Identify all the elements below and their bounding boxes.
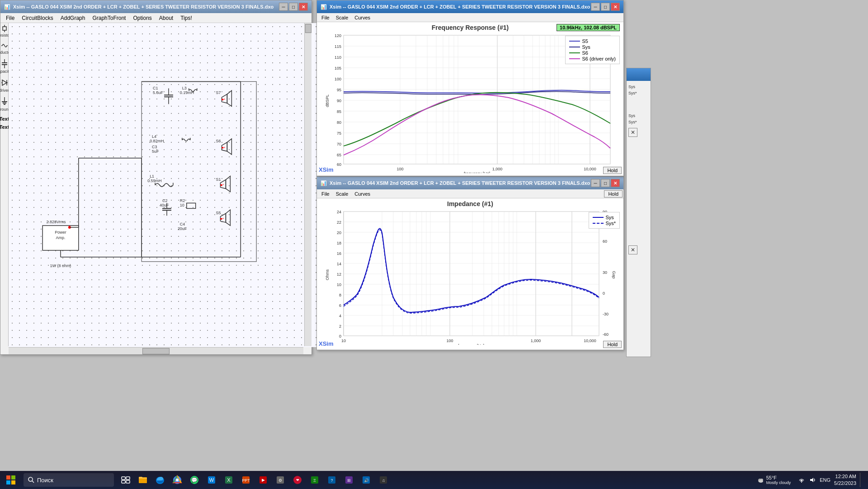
app13-icon: ? bbox=[327, 475, 337, 485]
svg-text:1,000: 1,000 bbox=[531, 339, 541, 343]
chrome-icon bbox=[172, 475, 182, 485]
taskbar-search[interactable]: Поиск bbox=[24, 473, 114, 487]
imp-hold-btn-top[interactable]: Hold bbox=[604, 190, 623, 197]
menu-addgraph[interactable]: AddGraph bbox=[57, 14, 89, 22]
show-desktop-btn[interactable] bbox=[860, 473, 863, 487]
imp-menu-scale[interactable]: Scale bbox=[333, 191, 351, 197]
freq-menu-file[interactable]: File bbox=[319, 14, 332, 21]
svg-point-239 bbox=[759, 480, 763, 483]
tool-text2[interactable]: Text bbox=[0, 124, 9, 130]
taskbar-app9[interactable]: ▶ bbox=[255, 472, 271, 488]
imp-menu-file[interactable]: File bbox=[319, 191, 332, 197]
side-close-btn-2[interactable]: ✕ bbox=[628, 245, 637, 254]
taskbar-app11[interactable]: ❤ bbox=[289, 472, 306, 488]
legend-s6: S6 bbox=[569, 50, 616, 56]
taskbar-app12[interactable]: Ξ bbox=[307, 472, 323, 488]
imp-minimize-btn[interactable]: ─ bbox=[591, 179, 600, 187]
schematic-canvas[interactable]: Power Amp. 2.828Vrms 1W (8 ohm) C1 5.6uF… bbox=[9, 23, 320, 347]
menu-file[interactable]: File bbox=[2, 14, 18, 22]
schematic-minimize-btn[interactable]: ─ bbox=[279, 3, 288, 11]
schematic-h-scrollbar[interactable] bbox=[9, 347, 303, 354]
schematic-maximize-btn[interactable]: □ bbox=[289, 3, 298, 11]
tool-driver[interactable]: driver bbox=[0, 78, 9, 93]
taskbar-weather[interactable]: 55°F Mostly cloudy bbox=[757, 475, 791, 485]
svg-text:115: 115 bbox=[335, 44, 341, 49]
legend-s5: S5 bbox=[569, 38, 616, 44]
language-indicator[interactable]: ENG bbox=[820, 477, 830, 483]
tool-text1[interactable]: Text bbox=[0, 116, 9, 122]
svg-text:10,000: 10,000 bbox=[584, 339, 596, 343]
imp-close-btn[interactable]: ✕ bbox=[611, 179, 620, 187]
svg-text:5.6uF: 5.6uF bbox=[153, 90, 163, 95]
imp-extra-controls: Hold bbox=[603, 189, 623, 198]
freq-maximize-btn[interactable]: □ bbox=[601, 3, 610, 11]
svg-text:85: 85 bbox=[337, 109, 341, 114]
side-close-btn-1[interactable]: ✕ bbox=[628, 128, 637, 137]
app12-icon: Ξ bbox=[310, 475, 320, 485]
taskbar-app10[interactable]: ⚙ bbox=[272, 472, 288, 488]
svg-text:24: 24 bbox=[337, 210, 341, 214]
menu-circuitblocks[interactable]: CircuitBlocks bbox=[18, 14, 57, 22]
freq-close-btn[interactable]: ✕ bbox=[611, 3, 620, 11]
taskbar-app15[interactable]: 🔊 bbox=[358, 472, 374, 488]
svg-text:X: X bbox=[227, 477, 231, 483]
volume-icon[interactable] bbox=[809, 476, 816, 484]
taskbar-explorer-btn[interactable] bbox=[135, 472, 151, 488]
app15-icon: 🔊 bbox=[361, 475, 371, 485]
svg-rect-66 bbox=[187, 203, 196, 208]
legend-imp-sys-label: Sys bbox=[605, 215, 613, 220]
svg-text:dBSPL: dBSPL bbox=[325, 94, 330, 107]
taskbar-app6[interactable]: W bbox=[203, 472, 220, 488]
app7-icon: X bbox=[224, 475, 234, 485]
menu-options[interactable]: Options bbox=[129, 14, 155, 22]
driver-icon bbox=[1, 78, 8, 87]
svg-text:10: 10 bbox=[337, 282, 341, 287]
taskbar-clock[interactable]: 12:20 AM 5/22/2023 bbox=[834, 473, 856, 487]
menu-tips[interactable]: Tips! bbox=[177, 14, 196, 22]
xsim-imp-icon: 📊 bbox=[321, 180, 327, 186]
imp-menu-curves[interactable]: Curves bbox=[352, 191, 373, 197]
clock-date: 5/22/2023 bbox=[834, 480, 856, 487]
taskbar: Поиск bbox=[0, 471, 868, 489]
taskbar-app5[interactable]: 💬 bbox=[186, 472, 203, 488]
taskbar-chrome-btn[interactable] bbox=[169, 472, 185, 488]
taskbar-edge-btn[interactable] bbox=[152, 472, 168, 488]
freq-minimize-btn[interactable]: ─ bbox=[591, 3, 600, 11]
text1-label: Text bbox=[0, 116, 9, 122]
weather-temp: 55°F bbox=[766, 475, 791, 480]
taskbar-app8[interactable]: PPT bbox=[238, 472, 254, 488]
schematic-v-scrollbar[interactable] bbox=[304, 23, 311, 346]
start-button[interactable] bbox=[0, 471, 22, 489]
legend-s6-driver-label: S6 (driver only) bbox=[582, 56, 616, 61]
file-explorer-icon bbox=[138, 475, 148, 485]
svg-text:⚙: ⚙ bbox=[278, 478, 282, 483]
freq-response-window: 📊 Xsim -- GASLO 044 XSIM 2nd ORDER + LCR… bbox=[316, 0, 624, 176]
svg-text:100: 100 bbox=[335, 77, 341, 81]
taskbar-app7[interactable]: X bbox=[221, 472, 237, 488]
freq-menu-scale[interactable]: Scale bbox=[333, 14, 351, 21]
svg-text:60: 60 bbox=[603, 239, 607, 244]
svg-text:8: 8 bbox=[339, 293, 341, 297]
taskbar-app13[interactable]: ? bbox=[324, 472, 340, 488]
freq-hold-btn[interactable]: Hold bbox=[603, 167, 622, 174]
freq-xsim-brand: XSim bbox=[319, 166, 334, 173]
menu-graphtofront[interactable]: GraphToFront bbox=[89, 14, 129, 22]
taskbar-app16[interactable]: ♫ bbox=[375, 472, 392, 488]
svg-text:10,000: 10,000 bbox=[584, 167, 596, 171]
taskbar-taskview-btn[interactable] bbox=[118, 472, 134, 488]
menu-about[interactable]: About bbox=[156, 14, 177, 22]
partial-label-sys: Sys bbox=[628, 85, 649, 89]
svg-text:0.59mH: 0.59mH bbox=[147, 179, 161, 183]
svg-marker-71 bbox=[226, 176, 230, 192]
svg-text:+: + bbox=[222, 183, 224, 186]
taskbar-app14[interactable]: ⊞ bbox=[341, 472, 357, 488]
freq-chart-container: 10.96kHz, 102.08 dBSPL Frequency Respons… bbox=[317, 22, 623, 175]
network-icon[interactable] bbox=[798, 476, 805, 484]
imp-chart-container: Impedance (#1) Sys Sys* bbox=[317, 198, 623, 349]
imp-maximize-btn[interactable]: □ bbox=[601, 179, 610, 187]
schematic-close-btn[interactable]: ✕ bbox=[299, 3, 308, 11]
svg-text:⊞: ⊞ bbox=[347, 478, 351, 483]
imp-hold-btn[interactable]: Hold bbox=[603, 341, 622, 348]
freq-menu-curves[interactable]: Curves bbox=[352, 14, 373, 21]
inductor-icon bbox=[1, 42, 8, 49]
